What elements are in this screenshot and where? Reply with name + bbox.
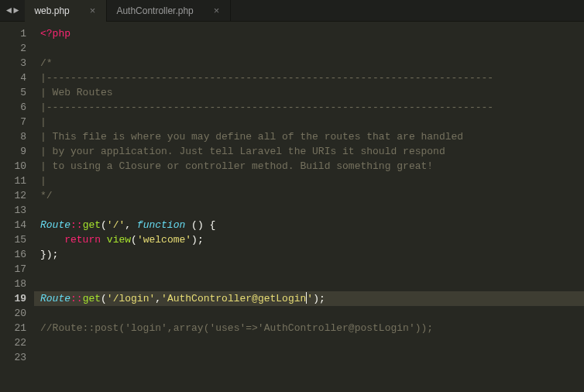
line-number: 9 xyxy=(0,144,26,159)
line-number: 4 xyxy=(0,70,26,85)
line-number: 19 xyxy=(0,291,26,306)
token-punct: ); xyxy=(191,234,204,246)
code-line[interactable]: return view('welcome'); xyxy=(34,232,584,247)
code-content[interactable]: <?php /*|-------------------------------… xyxy=(34,22,584,392)
line-number: 6 xyxy=(0,100,26,115)
code-line[interactable]: */ xyxy=(34,188,584,203)
line-number: 3 xyxy=(0,56,26,70)
tab-label: web.php xyxy=(34,5,69,16)
code-line[interactable]: | xyxy=(34,174,584,188)
line-number: 8 xyxy=(0,129,26,144)
close-icon[interactable]: × xyxy=(88,5,98,15)
token-cls: Route xyxy=(40,293,70,304)
token-punct: }); xyxy=(40,249,58,260)
token-fn: function xyxy=(137,219,185,231)
line-number-gutter: 1234567891011121314151617181920212223 xyxy=(0,22,34,392)
token-punct: ( xyxy=(101,219,107,231)
tab-nav-arrows: ◄ ► xyxy=(0,6,25,15)
token-name: get xyxy=(83,219,101,231)
code-line[interactable]: | This file is where you may define all … xyxy=(34,129,584,144)
line-number: 15 xyxy=(0,232,26,247)
token-cmt: | by your application. Just tell Laravel… xyxy=(40,146,445,157)
code-line[interactable]: //Route::post('login',array('uses'=>'Aut… xyxy=(34,321,584,335)
code-line[interactable]: | by your application. Just tell Laravel… xyxy=(34,144,584,159)
token-str: 'AuthController@getLogin xyxy=(161,293,306,304)
line-number: 20 xyxy=(0,306,26,321)
tab-label: AuthController.php xyxy=(116,5,193,16)
token-op: :: xyxy=(70,293,83,304)
text-cursor xyxy=(306,292,307,304)
tab-web-php[interactable]: web.php× xyxy=(25,0,107,22)
close-icon[interactable]: × xyxy=(212,5,222,15)
line-number: 16 xyxy=(0,247,26,262)
token-cmt: | Web Routes xyxy=(40,87,113,98)
token-cmt: //Route::post('login',array('uses'=>'Aut… xyxy=(40,322,433,334)
code-line[interactable]: /* xyxy=(34,56,584,70)
token-punct: , xyxy=(125,219,137,231)
code-line[interactable]: |---------------------------------------… xyxy=(34,100,584,115)
token-kw: return xyxy=(64,234,101,246)
token-str: 'welcome' xyxy=(137,234,191,246)
line-number: 1 xyxy=(0,26,26,41)
token-str: '/login' xyxy=(107,293,155,304)
token-punct xyxy=(101,234,107,246)
token-name: get xyxy=(83,293,101,304)
token-cmt: |---------------------------------------… xyxy=(40,101,493,113)
tabs-container: web.php×AuthController.php× xyxy=(25,0,231,22)
code-line[interactable] xyxy=(34,277,584,291)
code-line[interactable]: |---------------------------------------… xyxy=(34,70,584,85)
code-line[interactable]: Route::get('/login','AuthController@getL… xyxy=(34,291,584,306)
token-str: ' xyxy=(307,293,313,304)
token-name: view xyxy=(107,234,131,246)
token-cls: Route xyxy=(40,219,70,231)
line-number: 13 xyxy=(0,203,26,218)
token-punct: ); xyxy=(313,293,325,304)
token-cmt: | This file is where you may define all … xyxy=(40,131,463,143)
code-line[interactable]: }); xyxy=(34,247,584,262)
token-cmt: | xyxy=(40,116,46,128)
code-line[interactable]: | to using a Closure or controller metho… xyxy=(34,159,584,174)
token-cmt: /* xyxy=(40,57,53,69)
code-line[interactable] xyxy=(34,350,584,365)
line-number: 5 xyxy=(0,85,26,100)
token-op: :: xyxy=(70,219,83,231)
tab-prev-icon[interactable]: ◄ xyxy=(6,6,12,15)
token-kw: php xyxy=(53,28,70,40)
token-punct xyxy=(40,234,64,246)
token-cmt: |---------------------------------------… xyxy=(40,72,493,84)
line-number: 11 xyxy=(0,174,26,188)
token-cmt: */ xyxy=(40,190,53,201)
tab-bar: ◄ ► web.php×AuthController.php× xyxy=(0,0,584,22)
line-number: 22 xyxy=(0,335,26,350)
line-number: 7 xyxy=(0,115,26,129)
code-line[interactable]: Route::get('/', function () { xyxy=(34,218,584,232)
code-line[interactable] xyxy=(34,335,584,350)
line-number: 14 xyxy=(0,218,26,232)
token-str: '/' xyxy=(107,219,125,231)
line-number: 23 xyxy=(0,350,26,365)
token-punct: ( xyxy=(131,234,137,246)
line-number: 18 xyxy=(0,277,26,291)
token-punct: () { xyxy=(185,219,215,231)
code-line[interactable]: | xyxy=(34,115,584,129)
tab-next-icon[interactable]: ► xyxy=(13,6,19,15)
line-number: 21 xyxy=(0,321,26,335)
token-kw: <? xyxy=(40,28,53,40)
token-cmt: | xyxy=(40,175,46,187)
line-number: 10 xyxy=(0,159,26,174)
token-punct: ( xyxy=(101,293,107,304)
tab-AuthController-php[interactable]: AuthController.php× xyxy=(107,0,231,22)
code-line[interactable] xyxy=(34,41,584,56)
editor-area[interactable]: 1234567891011121314151617181920212223 <?… xyxy=(0,22,584,392)
token-cmt: | to using a Closure or controller metho… xyxy=(40,160,433,172)
code-line[interactable] xyxy=(34,306,584,321)
line-number: 2 xyxy=(0,41,26,56)
token-punct: , xyxy=(155,293,161,304)
code-line[interactable]: | Web Routes xyxy=(34,85,584,100)
line-number: 12 xyxy=(0,188,26,203)
code-line[interactable] xyxy=(34,203,584,218)
line-number: 17 xyxy=(0,262,26,277)
code-line[interactable]: <?php xyxy=(34,26,584,41)
code-line[interactable] xyxy=(34,262,584,277)
